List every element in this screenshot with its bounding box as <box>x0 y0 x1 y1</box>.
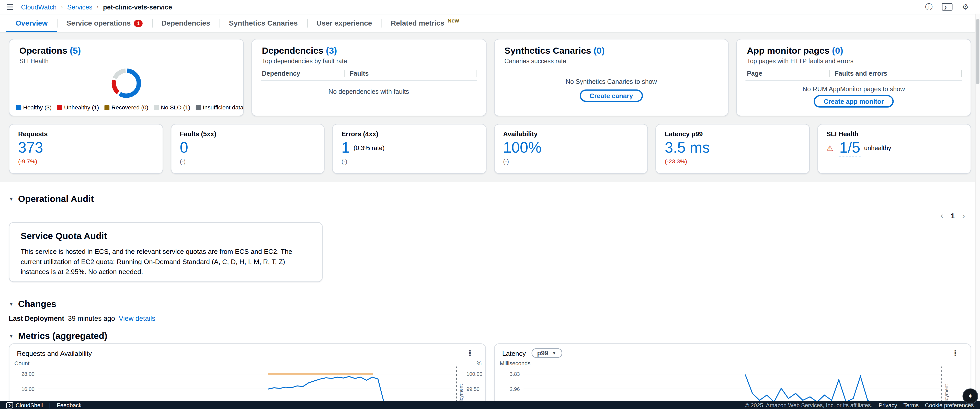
sli-health-value-link[interactable]: 1/5 <box>839 140 861 157</box>
sli-health-kpi-card: SLI Health ⚠ 1/5 unhealthy <box>817 124 971 174</box>
cloudshell-button[interactable]: ❯CloudShell <box>6 402 43 408</box>
column-header-page[interactable]: Page <box>746 70 829 77</box>
column-header-faults[interactable]: Faults <box>344 70 477 77</box>
collapse-caret-icon[interactable]: ▼ <box>9 196 14 202</box>
canaries-count: (0) <box>593 46 605 56</box>
app-monitor-card: App monitor pages (0) Top pages with HTT… <box>736 39 971 116</box>
tab-label: Synthetics Canaries <box>229 19 298 27</box>
feedback-button[interactable]: Feedback <box>57 402 81 408</box>
pagination-prev-icon[interactable]: ‹ <box>941 212 943 220</box>
svg-text:99.50: 99.50 <box>466 386 479 392</box>
tab-label: Service operations <box>67 19 131 27</box>
svg-text:Milliseconds: Milliseconds <box>500 360 530 366</box>
summary-band: Operations (5) SLI Health Healthy (3) Un… <box>0 32 980 182</box>
kpi-value: 373 <box>18 140 43 156</box>
kpi-label: Errors (4xx) <box>342 130 477 137</box>
amazon-q-button[interactable]: ✦ <box>963 388 978 404</box>
canaries-empty-state: No Synthetics Canaries to show <box>494 78 728 85</box>
svg-text:100.00: 100.00 <box>466 371 482 377</box>
warning-triangle-icon: ⚠ <box>826 144 833 152</box>
scrollbar-thumb[interactable] <box>976 19 979 84</box>
audit-pagination: ‹ 1 › <box>9 212 971 220</box>
view-details-link[interactable]: View details <box>119 315 156 322</box>
section-title: Operational Audit <box>18 194 94 204</box>
footer: ❯CloudShell | Feedback © 2025, Amazon We… <box>0 401 980 409</box>
app-monitor-empty-state: No RUM AppMonitor pages to show <box>737 86 970 92</box>
collapse-caret-icon[interactable]: ▼ <box>9 333 14 339</box>
create-app-monitor-button[interactable]: Create app monitor <box>814 95 894 108</box>
legend-label: Insufficient data (0) <box>203 105 243 111</box>
legend-item: Recovered (0) <box>105 105 148 111</box>
app-monitor-table-header: Page Faults and errors <box>746 70 962 81</box>
kpi-note: (0.3% rate) <box>353 144 385 151</box>
chevron-down-icon: ▼ <box>552 351 556 355</box>
terms-link[interactable]: Terms <box>903 402 919 408</box>
pagination-next-icon[interactable]: › <box>963 212 965 220</box>
chart-menu-kebab-icon[interactable]: ⋮ <box>462 349 478 358</box>
settings-gear-icon[interactable]: ⚙ <box>962 3 969 11</box>
svg-text:%: % <box>476 360 482 366</box>
tab-related-metrics[interactable]: Related metricsNew <box>381 14 469 32</box>
cloudshell-icon[interactable]: ❯ <box>942 3 953 11</box>
legend-item: Insufficient data (0) <box>196 105 243 111</box>
collapse-caret-icon[interactable]: ▼ <box>9 301 14 307</box>
tabbar: Overview Service operations1 Dependencie… <box>0 14 980 32</box>
create-canary-button[interactable]: Create canary <box>579 89 643 102</box>
topbar-actions: ⓘ ❯ ⚙ <box>925 3 974 11</box>
dependencies-empty-state: No dependencies with faults <box>252 88 485 95</box>
legend-label: Healthy (3) <box>23 105 52 111</box>
changes-header: ▼ Changes <box>9 299 971 309</box>
app-monitor-title: App monitor pages (0) <box>747 46 843 56</box>
chart-title: Requests and Availability <box>17 349 92 356</box>
hamburger-menu-icon[interactable]: ☰ <box>6 3 14 11</box>
app-monitor-count: (0) <box>832 46 843 56</box>
kpi-value: 1 <box>342 140 350 156</box>
section-title: Metrics (aggregated) <box>18 331 107 341</box>
cloudwatch-service-page: ☰ CloudWatch › Services › pet-clinic-vet… <box>0 0 980 409</box>
kpi-label: Faults (5xx) <box>180 130 315 137</box>
operational-audit-header: ▼ Operational Audit <box>9 194 971 204</box>
dependencies-title: Dependencies (3) <box>262 46 337 56</box>
synthetics-canaries-card: Synthetics Canaries (0) Canaries success… <box>494 39 729 116</box>
footer-divider: | <box>49 402 51 408</box>
legend-swatch-no-slo <box>154 105 159 110</box>
kpi-delta: (-) <box>503 159 638 165</box>
breadcrumb-cloudwatch[interactable]: CloudWatch <box>21 3 56 11</box>
copyright-text: © 2025, Amazon Web Services, Inc. or its… <box>745 402 872 408</box>
canaries-subtitle: Canaries success rate <box>504 57 718 64</box>
new-badge: New <box>447 18 459 24</box>
kpi-note: unhealthy <box>864 145 891 151</box>
faults-kpi-card: Faults (5xx) 0 (-) <box>170 124 325 174</box>
legend-label: Unhealthy (1) <box>64 105 99 111</box>
dependencies-card: Dependencies (3) Top dependencies by fau… <box>251 39 486 116</box>
column-header-dependency[interactable]: Dependency <box>261 70 344 77</box>
legend-label: No SLO (1) <box>161 105 190 111</box>
latency-percentile-select[interactable]: p99▼ <box>531 349 562 358</box>
selected-percentile: p99 <box>537 350 548 356</box>
latency-chart-card: Latency p99▼ ⋮ Milliseconds3.832.962.080… <box>494 343 971 409</box>
tab-user-experience[interactable]: User experience <box>307 14 381 32</box>
latency-kpi-card: Latency p99 3.5 ms (-23.3%) <box>655 124 810 174</box>
info-icon[interactable]: ⓘ <box>925 3 932 11</box>
service-quota-audit-card: Service Quota Audit This service is host… <box>9 222 323 282</box>
kpi-label: Requests <box>18 130 154 137</box>
tab-overview[interactable]: Overview <box>6 14 57 32</box>
chevron-right-icon: › <box>61 4 63 10</box>
dependencies-table-header: Dependency Faults <box>261 70 477 81</box>
chart-menu-kebab-icon[interactable]: ⋮ <box>948 349 963 358</box>
tab-synthetics-canaries[interactable]: Synthetics Canaries <box>220 14 307 32</box>
privacy-link[interactable]: Privacy <box>878 402 897 408</box>
legend-swatch-healthy <box>16 105 21 110</box>
breadcrumb-services[interactable]: Services <box>67 3 92 11</box>
kpi-row: Requests 373 (-9.7%) Faults (5xx) 0 (-) … <box>9 124 971 174</box>
tab-dependencies[interactable]: Dependencies <box>152 14 220 32</box>
pagination-page-number[interactable]: 1 <box>951 212 955 219</box>
canaries-title: Synthetics Canaries (0) <box>504 46 605 56</box>
availability-kpi-card: Availability 100% (-) <box>494 124 648 174</box>
tab-service-operations[interactable]: Service operations1 <box>57 14 152 32</box>
svg-text:28.00: 28.00 <box>21 371 35 377</box>
column-header-faults-errors[interactable]: Faults and errors <box>829 70 962 77</box>
svg-text:Count: Count <box>14 360 29 366</box>
last-deployment-line: Last Deployment 39 minutes ago View deta… <box>9 315 971 322</box>
legend-item: Unhealthy (1) <box>57 105 99 111</box>
